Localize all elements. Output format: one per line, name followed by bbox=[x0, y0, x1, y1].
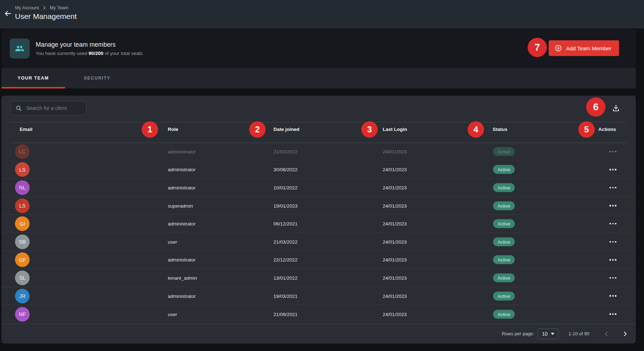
banner-title: Manage your team members bbox=[36, 41, 116, 49]
date-joined-cell: 22/12/2022 bbox=[273, 257, 298, 263]
status-badge: Active bbox=[493, 219, 515, 228]
last-login-cell: 24/01/2023 bbox=[383, 185, 407, 190]
table-row: LCadministrator21/03/202224/01/2023Activ… bbox=[1, 143, 636, 161]
ellipsis-dot bbox=[609, 151, 611, 153]
next-page-button[interactable] bbox=[618, 327, 632, 341]
search-input[interactable] bbox=[26, 105, 82, 111]
team-icon-tile bbox=[10, 39, 30, 58]
role-cell: administrator bbox=[168, 221, 196, 227]
role-cell: user bbox=[168, 239, 177, 244]
avatar: SB bbox=[15, 234, 30, 249]
group-icon bbox=[15, 44, 24, 53]
column-header-last-login: Last Login bbox=[383, 127, 407, 132]
row-actions-button[interactable] bbox=[606, 273, 620, 283]
subtitle-suffix: of your total seats bbox=[103, 51, 142, 56]
active-tab-indicator bbox=[1, 87, 65, 88]
rows-per-page-select[interactable]: 10 bbox=[538, 329, 558, 339]
ellipsis-dot bbox=[609, 313, 611, 315]
status-badge: Active bbox=[493, 273, 515, 282]
column-header-email: Email bbox=[20, 127, 32, 132]
annotation-marker-4: 4 bbox=[468, 121, 484, 138]
download-icon bbox=[612, 104, 620, 113]
avatar: SL bbox=[15, 270, 30, 285]
last-login-cell: 24/01/2023 bbox=[383, 167, 407, 172]
breadcrumb: My Account My Team bbox=[15, 5, 69, 10]
table-row: LSsuperadmin19/01/202324/01/2023Active bbox=[1, 197, 636, 215]
row-actions-button[interactable] bbox=[606, 218, 620, 229]
tab-bar: YOUR TEAM SECURITY bbox=[1, 68, 636, 88]
table-body: LCadministrator21/03/202224/01/2023Activ… bbox=[1, 143, 636, 323]
ellipsis-dot bbox=[609, 205, 611, 207]
last-login-cell: 24/01/2023 bbox=[383, 257, 407, 263]
search-icon bbox=[15, 105, 22, 112]
breadcrumb-my-account[interactable]: My Account bbox=[15, 5, 39, 10]
table-row: GFadministrator22/12/202224/01/2023Activ… bbox=[1, 251, 636, 269]
export-download-button[interactable] bbox=[608, 100, 624, 116]
last-login-cell: 24/01/2023 bbox=[383, 293, 407, 299]
row-actions-button[interactable] bbox=[606, 164, 620, 175]
ellipsis-dot bbox=[615, 151, 617, 153]
ellipsis-dot bbox=[609, 295, 611, 297]
tab-your-team[interactable]: YOUR TEAM bbox=[1, 68, 65, 88]
date-joined-cell: 13/01/2022 bbox=[273, 275, 298, 280]
table-row: GIadministrator06/12/202124/01/2023Activ… bbox=[1, 215, 636, 233]
ellipsis-dot bbox=[609, 259, 611, 261]
date-joined-cell: 21/09/2021 bbox=[273, 311, 298, 317]
status-badge: Active bbox=[493, 201, 515, 210]
row-actions-button[interactable] bbox=[606, 146, 620, 157]
ellipsis-dot bbox=[612, 295, 614, 297]
avatar: NL bbox=[15, 180, 30, 195]
date-joined-cell: 21/03/2022 bbox=[273, 149, 298, 154]
ellipsis-dot bbox=[615, 169, 617, 171]
date-joined-cell: 30/08/2022 bbox=[273, 167, 298, 172]
avatar: JR bbox=[15, 289, 30, 303]
status-badge: Active bbox=[493, 255, 515, 264]
back-button[interactable] bbox=[2, 8, 14, 19]
row-actions-button[interactable] bbox=[606, 254, 620, 265]
avatar: LS bbox=[15, 162, 30, 177]
tab-security[interactable]: SECURITY bbox=[65, 68, 129, 88]
date-joined-cell: 19/01/2023 bbox=[273, 203, 298, 208]
annotation-marker-3: 3 bbox=[361, 121, 378, 138]
last-login-cell: 24/01/2023 bbox=[383, 149, 407, 154]
user-management-screen: { "topbar": { "breadcrumb_1": "My Accoun… bbox=[0, 0, 644, 351]
pagination-range: 1-10 of 90 bbox=[568, 331, 589, 336]
team-table-panel: Email Role Date joined Last Login Status… bbox=[1, 96, 636, 344]
annotation-marker-1: 1 bbox=[142, 121, 158, 138]
row-actions-button[interactable] bbox=[606, 291, 620, 301]
ellipsis-dot bbox=[615, 277, 617, 279]
status-badge: Active bbox=[493, 165, 515, 174]
column-header-actions: Actions bbox=[598, 127, 616, 132]
breadcrumb-my-team[interactable]: My Team bbox=[50, 5, 69, 10]
last-login-cell: 24/01/2023 bbox=[383, 239, 407, 244]
role-cell: user bbox=[168, 311, 177, 317]
row-actions-button[interactable] bbox=[606, 309, 620, 320]
add-team-member-button[interactable]: Add Team Member bbox=[549, 40, 619, 56]
ellipsis-dot bbox=[609, 241, 611, 243]
rows-per-page-value: 10 bbox=[542, 331, 548, 337]
ellipsis-dot bbox=[609, 223, 611, 225]
arrow-left-icon bbox=[4, 9, 12, 18]
subtitle-prefix: You have currently used bbox=[36, 51, 89, 56]
rows-per-page-label: Rows per page: bbox=[502, 331, 534, 336]
date-joined-cell: 06/12/2021 bbox=[273, 221, 298, 227]
ellipsis-dot bbox=[612, 169, 614, 171]
row-actions-button[interactable] bbox=[606, 182, 620, 193]
status-badge: Active bbox=[493, 147, 515, 156]
header-top-divider bbox=[11, 122, 627, 122]
ellipsis-dot bbox=[612, 313, 614, 315]
ellipsis-dot bbox=[615, 259, 617, 261]
row-actions-button[interactable] bbox=[606, 236, 620, 247]
role-cell: administrator bbox=[168, 293, 196, 299]
table-row: NFuser21/09/202124/01/2023Active bbox=[1, 305, 636, 323]
role-cell: administrator bbox=[168, 167, 196, 172]
avatar: LC bbox=[15, 144, 30, 159]
role-cell: administrator bbox=[168, 185, 196, 190]
status-badge: Active bbox=[493, 183, 515, 192]
row-actions-button[interactable] bbox=[606, 200, 620, 211]
previous-page-button[interactable] bbox=[599, 327, 614, 341]
seats-used-count: 90/200 bbox=[89, 51, 103, 56]
status-badge: Active bbox=[493, 310, 515, 319]
ellipsis-dot bbox=[609, 169, 611, 171]
select-caret-icon bbox=[551, 333, 554, 335]
